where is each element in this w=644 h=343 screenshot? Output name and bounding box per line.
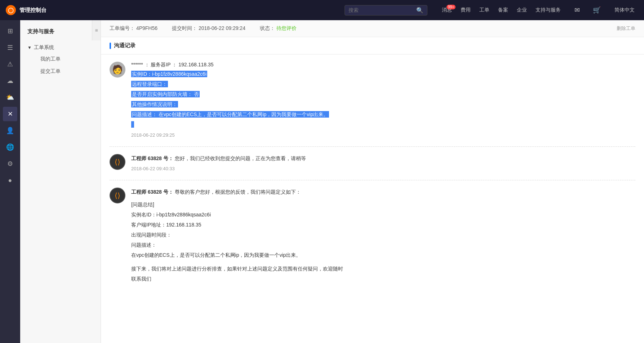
search-icon[interactable]: 🔍 <box>416 7 423 14</box>
delete-ticket-link[interactable]: 删除工单 <box>617 25 635 32</box>
sidebar-icon-globe[interactable]: 🌐 <box>3 140 17 154</box>
logo-icon: ◯ <box>6 5 16 15</box>
sidebar-item-my-tickets[interactable]: 我的工单 <box>27 53 85 65</box>
message-content-engineer-2: 工程师 63828 号： 尊敬的客户您好，根据您的反馈，我们将问题定义如下： [… <box>131 188 635 284</box>
highlighted-empty <box>131 121 134 128</box>
user-avatar-icon: 🧑 <box>112 65 123 75</box>
search-bar[interactable]: 🔍 <box>345 5 427 16</box>
ticket-status: 状态： 待您评价 <box>260 25 297 32</box>
messages-badge: 99+ <box>447 5 456 9</box>
ticket-header-bar: 工单编号： 4P9FH56 提交时间： 2018-06-22 09:29:24 … <box>101 20 644 37</box>
engineer-header-1: 工程师 63828 号： <box>131 155 173 161</box>
ticket-submit-time: 提交时间： 2018-06-22 09:29:24 <box>172 25 245 32</box>
message-block-user: 🧑 ****** ： 服务器IP ： 192.168.118.35 实例ID：i… <box>110 62 635 138</box>
avatar-user: 🧑 <box>110 62 125 78</box>
engineer-detail-body: [问题总结] 实例名ID：i-bp1fz8v2886kqsaa2c6i 客户端I… <box>131 199 635 284</box>
nav-billing[interactable]: 费用 <box>457 5 474 16</box>
message-time-1: 2018-06-22 09:29:25 <box>131 132 635 138</box>
highlighted-problem-desc: 问题描述： 在vpc创建的ECS上，是否可以分配第二个私网ip，因为我要做一个v… <box>131 111 329 118</box>
nav-items: 消息 99+ 费用 工单 备案 企业 支持与服务 <box>438 5 564 16</box>
message-line-3: 是否开启实例内部防火墙： 否 <box>131 89 635 99</box>
search-input[interactable] <box>348 7 413 13</box>
sidebar-item-submit-ticket[interactable]: 提交工单 <box>27 65 85 78</box>
engineer-avatar-icon-1: ⟨⟩ <box>115 158 120 166</box>
detail-line-problem-label: 问题描述： <box>131 240 635 250</box>
nav-support[interactable]: 支持与服务 <box>532 5 564 16</box>
cart-icon-btn[interactable]: 🛒 <box>590 5 604 16</box>
sidebar-icon-cloud2[interactable]: ⛅ <box>3 90 17 105</box>
avatar-engineer-1: ⟨⟩ <box>110 154 125 170</box>
spacer <box>131 260 635 264</box>
ticket-status-value: 待您评价 <box>276 25 297 31</box>
section-header-communication: 沟通记录 <box>101 37 644 54</box>
detail-line-problem-text: 在vpc创建的ECS上，是否可以分配第二个私网ip，因为我要做一个vip出来。 <box>131 250 635 260</box>
nav-tickets[interactable]: 工单 <box>476 5 493 16</box>
main-content: 工单编号： 4P9FH56 提交时间： 2018-06-22 09:29:24 … <box>101 20 644 343</box>
sidebar-icon-strip: ⊞ ☰ ⚠ ☁ ⛅ ✕ 👤 🌐 ⚙ ● <box>0 20 20 343</box>
engineer-message-2: 工程师 63828 号： 尊敬的客户您好，根据您的反馈，我们将问题定义如下： <box>131 188 635 197</box>
message-block-engineer-2: ⟨⟩ 工程师 63828 号： 尊敬的客户您好，根据您的反馈，我们将问题定义如下… <box>110 188 635 284</box>
message-block-engineer-1: ⟨⟩ 工程师 63828 号： 您好，我们已经收到您提交的问题，正在为您查看，请… <box>110 154 635 171</box>
sidebar-icon-person[interactable]: 👤 <box>3 123 17 138</box>
sidebar-icon-grid[interactable]: ⊞ <box>3 24 17 38</box>
highlighted-firewall: 是否开启实例内部防火墙： 否 <box>131 91 200 97</box>
detail-line-instance: 实例名ID：i-bp1fz8v2886kqsaa2c6i <box>131 210 635 220</box>
sidebar-icon-circle[interactable]: ● <box>3 173 17 188</box>
message-server-info: ****** ： 服务器IP ： 192.168.118.35 <box>131 62 635 68</box>
language-selector[interactable]: 简体中文 <box>611 5 638 16</box>
email-icon-btn[interactable]: ✉ <box>572 5 583 16</box>
sidebar: ⊞ ☰ ⚠ ☁ ⛅ ✕ 👤 🌐 ⚙ ● 支持与服务 ▼ 工单系统 我的工单 <box>0 20 101 343</box>
message-line-1: 实例ID：i-bp1fz8v2886kqsaa2c6i <box>131 69 635 79</box>
sidebar-collapse-button[interactable]: ≡ <box>92 20 101 40</box>
sidebar-icon-list[interactable]: ☰ <box>3 40 17 55</box>
sidebar-navigation: 支持与服务 ▼ 工单系统 我的工单 提交工单 <box>20 20 92 343</box>
sidebar-section-header-tickets[interactable]: ▼ 工单系统 <box>27 42 85 53</box>
detail-line-next: 接下来，我们将对上述问题进行分析排查，如果针对上述问题定义及范围有任何疑问，欢迎… <box>131 264 635 274</box>
logo[interactable]: ◯ 管理控制台 <box>6 5 46 15</box>
engineer-avatar-icon-2: ⟨⟩ <box>115 191 120 200</box>
ticket-number: 工单编号： 4P9FH56 <box>110 25 157 32</box>
message-line-4: 其他操作情况说明： <box>131 99 635 109</box>
sidebar-icon-cross[interactable]: ✕ <box>3 107 17 121</box>
chevron-down-icon: ▼ <box>27 45 32 50</box>
detail-line-time: 出现问题时间段： <box>131 230 635 240</box>
main-layout: ⊞ ☰ ⚠ ☁ ⛅ ✕ 👤 🌐 ⚙ ● 支持与服务 ▼ 工单系统 我的工单 <box>0 20 644 343</box>
sidebar-section-label: 工单系统 <box>34 44 54 51</box>
nav-enterprise[interactable]: 企业 <box>513 5 530 16</box>
message-time-2: 2018-06-22 09:40:33 <box>131 166 635 171</box>
message-line-2: 远程登录端口： <box>131 79 635 89</box>
highlighted-other-ops: 其他操作情况说明： <box>131 101 178 107</box>
message-content-engineer-1: 工程师 63828 号： 您好，我们已经收到您提交的问题，正在为您查看，请稍等 … <box>131 154 635 171</box>
message-divider-1 <box>110 146 635 147</box>
detail-line-contact: 联系我们 <box>131 274 635 284</box>
engineer-message-1: 工程师 63828 号： 您好，我们已经收到您提交的问题，正在为您查看，请稍等 <box>131 154 635 163</box>
detail-line-client-ip: 客户端IP地址：192.168.118.35 <box>131 220 635 230</box>
highlighted-instance-id: 实例ID：i-bp1fz8v2886kqsaa2c6i <box>131 71 207 77</box>
sidebar-icon-settings[interactable]: ⚙ <box>3 157 17 171</box>
message-divider-2 <box>110 180 635 180</box>
nav-messages[interactable]: 消息 99+ <box>438 5 456 16</box>
sidebar-icon-cloud[interactable]: ☁ <box>3 74 17 88</box>
message-content-user: ****** ： 服务器IP ： 192.168.118.35 实例ID：i-b… <box>131 62 635 138</box>
nav-icp[interactable]: 备案 <box>494 5 512 16</box>
message-line-6 <box>131 119 635 129</box>
logo-text: 管理控制台 <box>19 7 46 14</box>
message-line-5: 问题描述： 在vpc创建的ECS上，是否可以分配第二个私网ip，因为我要做一个v… <box>131 109 635 119</box>
top-navigation: ◯ 管理控制台 🔍 消息 99+ 费用 工单 备案 企业 支持与服务 ✉ 🛒 简… <box>0 0 644 20</box>
sidebar-icon-warning[interactable]: ⚠ <box>3 57 17 71</box>
highlighted-remote-port: 远程登录端口： <box>131 81 168 87</box>
sidebar-title: 支持与服务 <box>20 24 92 39</box>
engineer-body-1: 您好，我们已经收到您提交的问题，正在为您查看，请稍等 <box>175 155 306 161</box>
avatar-engineer-2: ⟨⟩ <box>110 188 125 203</box>
engineer-intro: 尊敬的客户您好，根据您的反馈，我们将问题定义如下： <box>175 189 301 195</box>
detail-line-summary: [问题总结] <box>131 199 635 210</box>
engineer-header-2: 工程师 63828 号： <box>131 189 173 195</box>
sidebar-section-tickets: ▼ 工单系统 我的工单 提交工单 <box>20 39 92 80</box>
messages-area: 🧑 ****** ： 服务器IP ： 192.168.118.35 实例ID：i… <box>101 54 644 300</box>
user-message-body: 实例ID：i-bp1fz8v2886kqsaa2c6i 远程登录端口： 是否开启… <box>131 69 635 129</box>
